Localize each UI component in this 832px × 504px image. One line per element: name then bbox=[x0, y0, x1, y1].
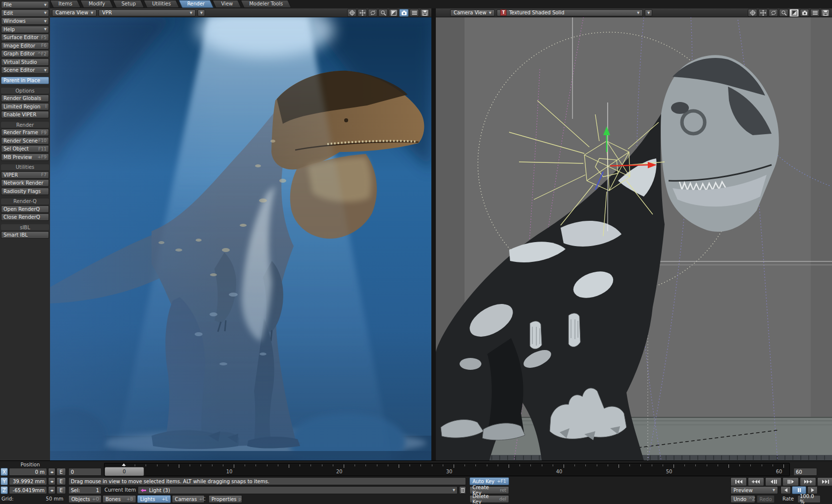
delete-key-button[interactable]: Delete Keydel bbox=[469, 495, 509, 503]
undo-button[interactable]: Undo^Z bbox=[730, 495, 755, 503]
camera-icon[interactable] bbox=[399, 9, 409, 17]
section-render-q: Render-Q bbox=[1, 199, 49, 204]
pause-button[interactable] bbox=[792, 486, 806, 494]
tab-modeler-tools[interactable]: Modeler Tools bbox=[242, 0, 290, 8]
save-icon[interactable] bbox=[420, 9, 429, 17]
camera-icon[interactable] bbox=[800, 9, 809, 17]
step-forward-button[interactable] bbox=[782, 477, 799, 486]
step-back-button[interactable] bbox=[765, 477, 781, 486]
maximize-icon[interactable] bbox=[389, 9, 398, 17]
mb-preview-button[interactable]: MB Preview+F9 bbox=[1, 153, 49, 161]
z-stepper[interactable]: ◂▸ bbox=[48, 486, 55, 494]
zoom-tool-icon[interactable] bbox=[378, 9, 388, 17]
render-mode-dropdown[interactable]: VPR▼ bbox=[99, 9, 196, 16]
close-renderq-button[interactable]: Close RenderQ bbox=[1, 213, 49, 221]
tab-render[interactable]: Render bbox=[180, 0, 212, 8]
tab-utilities[interactable]: Utilities bbox=[145, 0, 178, 8]
enable-viper-button[interactable]: Enable VIPER bbox=[1, 111, 49, 118]
sel-object-button[interactable]: Sel ObjectF11 bbox=[1, 145, 49, 152]
open-renderq-button[interactable]: Open RenderQ bbox=[1, 205, 49, 213]
create-key-button[interactable]: Create Keyret bbox=[469, 486, 509, 494]
limited-region-button[interactable]: Limited Regionl bbox=[1, 103, 49, 110]
move-tool-icon[interactable] bbox=[358, 9, 367, 17]
tab-setup[interactable]: Setup bbox=[114, 0, 143, 8]
image-editor-button[interactable]: Image EditorF6 bbox=[1, 42, 49, 50]
chevron-down-icon: ▼ bbox=[91, 11, 93, 15]
end-frame-field[interactable]: 60 bbox=[793, 468, 817, 476]
pan-tool-icon[interactable] bbox=[748, 9, 757, 17]
y-axis-button[interactable]: Y bbox=[0, 477, 8, 485]
menu-icon[interactable] bbox=[810, 9, 820, 17]
maximize-icon[interactable] bbox=[789, 9, 799, 17]
tab-modify[interactable]: Modify bbox=[82, 0, 112, 8]
tab-view[interactable]: View bbox=[214, 0, 240, 8]
chevron-down-icon: ▼ bbox=[489, 11, 491, 15]
viewport-options-dropdown[interactable]: ▼ bbox=[198, 9, 205, 16]
surface-editor-button[interactable]: Surface EditorF5 bbox=[1, 34, 49, 41]
smart-ibl-button[interactable]: Smart IBL bbox=[1, 231, 49, 239]
parent-in-place-button[interactable]: Parent in Place bbox=[1, 77, 49, 84]
x-axis-button[interactable]: X bbox=[0, 468, 8, 476]
menu-windows[interactable]: Windows▼ bbox=[1, 17, 49, 25]
current-frame-field[interactable]: 0 bbox=[68, 468, 102, 476]
tab-items[interactable]: Items bbox=[52, 0, 79, 8]
auto-key-button[interactable]: Auto Key+F1 bbox=[469, 477, 509, 485]
rotate-tool-icon[interactable] bbox=[368, 9, 377, 17]
rate-label: Rate bbox=[782, 495, 794, 503]
x-position-field[interactable]: 0 m bbox=[9, 468, 47, 476]
x-envelope-button[interactable]: E bbox=[56, 468, 66, 476]
play-forward-button[interactable] bbox=[807, 486, 818, 494]
x-stepper[interactable]: ◂▸ bbox=[48, 468, 55, 476]
radiosity-flags-button[interactable]: Radiosity Flags bbox=[1, 188, 49, 195]
render-scene-button[interactable]: Render SceneF10 bbox=[1, 137, 49, 145]
viewport-left-canvas[interactable] bbox=[50, 17, 431, 460]
z-axis-button[interactable]: Z bbox=[0, 486, 8, 494]
next-key-button[interactable] bbox=[800, 477, 816, 486]
redo-button[interactable]: Redo bbox=[757, 495, 775, 503]
current-item-dropdown[interactable]: Light (3) ▼ bbox=[138, 486, 458, 494]
viper-button[interactable]: VIPERF7 bbox=[1, 171, 49, 179]
y-stepper[interactable]: ◂▸ bbox=[48, 477, 55, 485]
move-tool-icon[interactable] bbox=[758, 9, 768, 17]
render-frame-button[interactable]: Render FrameF9 bbox=[1, 129, 49, 136]
preview-dropdown[interactable]: Preview▼ bbox=[730, 486, 778, 494]
y-position-field[interactable]: 39.9992 mm bbox=[9, 477, 47, 485]
cameras-button[interactable]: Cameras+C bbox=[172, 495, 205, 503]
jump-end-button[interactable] bbox=[817, 477, 832, 486]
menu-file[interactable]: File▼ bbox=[1, 1, 49, 8]
menu-icon[interactable] bbox=[410, 9, 419, 17]
z-envelope-button[interactable]: E bbox=[56, 486, 66, 494]
menu-edit[interactable]: Edit▼ bbox=[1, 9, 49, 17]
view-mode-dropdown[interactable]: Camera View▼ bbox=[450, 9, 495, 16]
graph-editor-button[interactable]: Graph Editor^F2 bbox=[1, 50, 49, 57]
chevron-down-icon: ▼ bbox=[190, 11, 192, 15]
play-reverse-button[interactable] bbox=[780, 486, 791, 494]
viewport-right-header: Camera View▼ T Textured Shaded Solid ▼ ▼ bbox=[436, 8, 832, 17]
render-mode-dropdown[interactable]: T Textured Shaded Solid ▼ bbox=[497, 9, 643, 16]
viewport-options-dropdown[interactable]: ▼ bbox=[645, 9, 652, 16]
rate-field[interactable]: 100.0 % bbox=[797, 495, 821, 503]
menu-help[interactable]: Help▼ bbox=[1, 26, 49, 33]
scene-editor-button[interactable]: Scene Editor▼ bbox=[1, 66, 49, 74]
render-globals-button[interactable]: Render Globals bbox=[1, 95, 49, 102]
item-list-button[interactable] bbox=[459, 486, 466, 494]
chevron-down-icon: ▼ bbox=[44, 3, 47, 7]
prev-key-button[interactable] bbox=[748, 477, 764, 486]
virtual-studio-button[interactable]: Virtual Studio bbox=[1, 58, 49, 66]
save-icon[interactable] bbox=[821, 9, 830, 17]
timeline-slider[interactable]: 0 bbox=[104, 467, 144, 476]
properties-button[interactable]: Propertiesp bbox=[208, 495, 242, 503]
z-position-field[interactable]: -65.0419mm bbox=[9, 486, 47, 494]
pan-tool-icon[interactable] bbox=[347, 9, 357, 17]
bones-button[interactable]: Bones+B bbox=[103, 495, 136, 503]
jump-start-button[interactable] bbox=[730, 477, 747, 486]
lights-button[interactable]: Lights+L bbox=[137, 495, 171, 503]
zoom-tool-icon[interactable] bbox=[779, 9, 788, 17]
objects-button[interactable]: Objects+O bbox=[68, 495, 102, 503]
timeline-ruler[interactable]: 10 20 30 40 50 60 0 bbox=[104, 463, 790, 476]
viewport-right-canvas[interactable] bbox=[436, 17, 832, 460]
rotate-tool-icon[interactable] bbox=[769, 9, 778, 17]
view-mode-dropdown[interactable]: Camera View▼ bbox=[52, 9, 97, 16]
y-envelope-button[interactable]: E bbox=[56, 477, 66, 485]
network-render-button[interactable]: Network Render bbox=[1, 179, 49, 187]
